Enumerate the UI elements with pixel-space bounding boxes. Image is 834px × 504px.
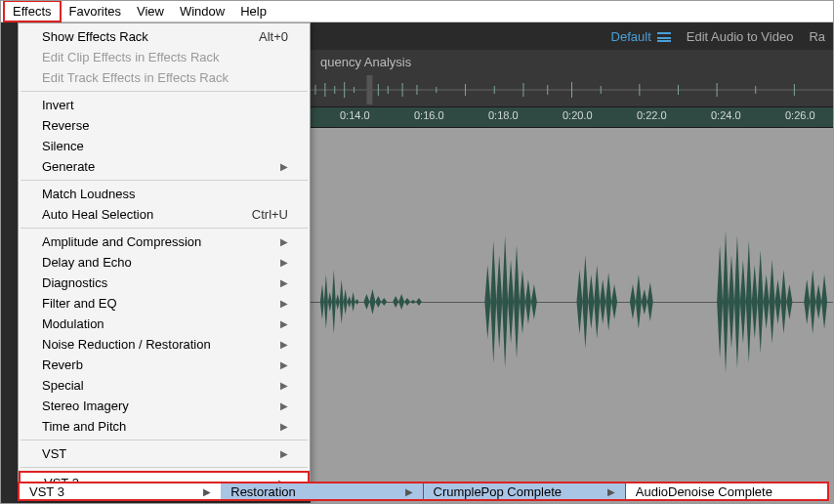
menuitem-reverb[interactable]: Reverb▶ — [19, 355, 310, 375]
panel-tab[interactable]: quency Analysis — [311, 50, 833, 73]
menuitem-label: VST — [42, 446, 66, 461]
separator — [21, 467, 308, 468]
menuitem-label: Amplitude and Compression — [42, 234, 201, 249]
chevron-right-icon: ▶ — [280, 236, 288, 247]
chevron-right-icon: ▶ — [280, 380, 288, 391]
crumb-restoration[interactable]: Restoration▶ — [221, 483, 422, 499]
chevron-right-icon: ▶ — [280, 400, 288, 411]
crumb-crumplepop[interactable]: CrumplePop Complete▶ — [423, 483, 625, 499]
chevron-right-icon: ▶ — [280, 359, 288, 370]
menuitem-invert[interactable]: Invert — [19, 95, 310, 115]
menuitem-stereo-imagery[interactable]: Stereo Imagery▶ — [19, 396, 310, 416]
chevron-right-icon: ▶ — [280, 277, 288, 288]
menuitem-label: Reverb — [42, 357, 83, 372]
workspace-bar: Default Edit Audio to Video Ra — [311, 22, 833, 50]
ruler-tick: 0:22.0 — [637, 109, 667, 121]
ruler-tick: 0:20.0 — [563, 109, 593, 121]
menuitem-noise-reduction-restoration[interactable]: Noise Reduction / Restoration▶ — [19, 334, 310, 355]
overview-waveform[interactable] — [311, 73, 833, 106]
ruler-tick: 0:26.0 — [785, 109, 815, 121]
menuitem-silence[interactable]: Silence — [19, 136, 310, 156]
menuitem-label: Auto Heal Selection — [42, 207, 153, 222]
shortcut: Alt+0 — [259, 29, 288, 44]
chevron-right-icon: ▶ — [280, 339, 288, 350]
chevron-right-icon: ▶ — [280, 298, 288, 309]
ruler-tick: 0:18.0 — [488, 109, 519, 121]
menuitem-label: Show Effects Rack — [42, 29, 148, 44]
menuitem-special[interactable]: Special▶ — [19, 375, 310, 396]
separator — [21, 228, 308, 229]
effects-menu: Show Effects RackAlt+0Edit Clip Effects … — [18, 22, 311, 499]
menuitem-label: Diagnostics — [42, 275, 107, 290]
menuitem-reverse[interactable]: Reverse — [19, 115, 310, 136]
menu-effects[interactable]: Effects — [3, 0, 62, 22]
menuitem-label: Match Loudness — [42, 187, 135, 201]
workspace-ra[interactable]: Ra — [809, 29, 825, 44]
menuitem-time-and-pitch[interactable]: Time and Pitch▶ — [19, 416, 310, 437]
menuitem-label: Reverse — [42, 118, 89, 133]
menuitem-label: Time and Pitch — [42, 419, 126, 434]
menuitem-edit-clip-effects-in-effects-rack: Edit Clip Effects in Effects Rack — [19, 47, 310, 67]
menuitem-show-effects-rack[interactable]: Show Effects RackAlt+0 — [19, 26, 310, 47]
menuitem-label: Edit Clip Effects in Effects Rack — [42, 50, 220, 64]
workspace-edit-av[interactable]: Edit Audio to Video — [687, 29, 794, 44]
menuitem-modulation[interactable]: Modulation▶ — [19, 314, 310, 334]
crumb-audiodenoise[interactable]: AudioDenoise Complete — [625, 483, 827, 499]
chevron-right-icon: ▶ — [280, 257, 288, 268]
submenu-breadcrumb: VST 3▶ Restoration▶ CrumplePop Complete▶… — [18, 482, 829, 501]
separator — [21, 91, 308, 92]
menuitem-delay-and-echo[interactable]: Delay and Echo▶ — [19, 252, 310, 273]
crumb-vst3[interactable]: VST 3▶ — [20, 483, 221, 499]
menu-help[interactable]: Help — [232, 2, 274, 21]
workspace-default[interactable]: Default — [611, 29, 651, 44]
chevron-right-icon: ▶ — [280, 161, 288, 172]
menuitem-label: Edit Track Effects in Effects Rack — [42, 70, 229, 85]
chevron-right-icon: ▶ — [280, 421, 288, 432]
main-waveform[interactable] — [311, 128, 833, 476]
menuitem-label: Noise Reduction / Restoration — [42, 337, 211, 352]
menuitem-diagnostics[interactable]: Diagnostics▶ — [19, 273, 310, 293]
menu-window[interactable]: Window — [172, 2, 232, 21]
menuitem-auto-heal-selection[interactable]: Auto Heal SelectionCtrl+U — [19, 204, 310, 225]
menuitem-label: Stereo Imagery — [42, 399, 129, 413]
menubar: EffectsFavoritesViewWindowHelp — [1, 1, 833, 22]
chevron-right-icon: ▶ — [280, 318, 288, 329]
menuitem-label: Silence — [42, 139, 84, 153]
menuitem-amplitude-and-compression[interactable]: Amplitude and Compression▶ — [19, 231, 310, 252]
chevron-right-icon: ▶ — [405, 486, 413, 497]
ruler-tick: 0:14.0 — [340, 109, 370, 121]
menuitem-filter-and-eq[interactable]: Filter and EQ▶ — [19, 293, 310, 314]
menuitem-label: Modulation — [42, 316, 104, 331]
menuitem-edit-track-effects-in-effects-rack: Edit Track Effects in Effects Rack — [19, 67, 310, 88]
menu-favorites[interactable]: Favorites — [62, 2, 129, 21]
ruler-tick: 0:16.0 — [414, 109, 444, 121]
menuitem-vst[interactable]: VST▶ — [19, 443, 310, 464]
shortcut: Ctrl+U — [252, 207, 288, 222]
menuitem-label: Generate — [42, 159, 95, 174]
ruler-tick: 0:24.0 — [711, 109, 741, 121]
menuitem-label: Filter and EQ — [42, 296, 117, 311]
separator — [21, 180, 308, 181]
chevron-right-icon: ▶ — [280, 448, 288, 459]
chevron-right-icon: ▶ — [203, 486, 211, 497]
menuitem-label: Invert — [42, 98, 74, 112]
separator — [21, 440, 308, 441]
menuitem-label: Special — [42, 378, 84, 393]
menuitem-match-loudness[interactable]: Match Loudness — [19, 184, 310, 204]
menuitem-generate[interactable]: Generate▶ — [19, 156, 310, 177]
time-ruler[interactable]: 0:14.00:16.00:18.00:20.00:22.00:24.00:26… — [311, 106, 833, 128]
svg-rect-6 — [366, 75, 372, 105]
menuitem-label: Delay and Echo — [42, 255, 132, 270]
hamburger-icon[interactable] — [657, 32, 671, 42]
timeline: 0:14.00:16.00:18.00:20.00:22.00:24.00:26… — [311, 73, 833, 503]
menu-view[interactable]: View — [129, 2, 172, 21]
chevron-right-icon: ▶ — [607, 486, 615, 497]
